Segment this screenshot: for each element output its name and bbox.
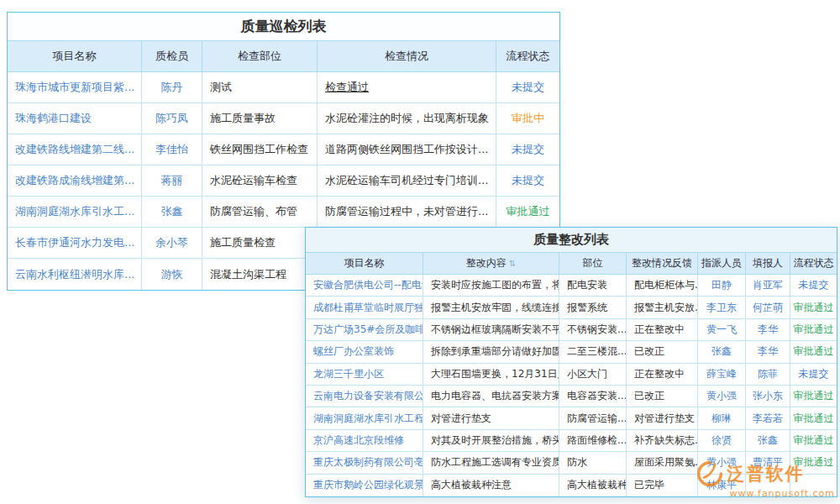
cell-part: 水泥砼运输车检查	[202, 165, 318, 197]
cell-part: 防腐管运输...	[559, 407, 627, 429]
cell-project[interactable]: 湖南洞庭湖水库引水工...	[8, 197, 142, 228]
cell-reporter: 张小东	[746, 386, 790, 407]
brand-watermark: 泛普软件 www.fanpusoft.com	[696, 460, 835, 499]
column-header-content[interactable]: 整改内容⇅	[423, 253, 559, 275]
cell-inspector: 游恢	[142, 259, 202, 290]
column-header-part: 部位	[559, 253, 627, 275]
cell-reporter: 肖亚军	[746, 275, 790, 297]
table-row[interactable]: 龙湖三千里小区大理石围墙更换，12月31日之...小区大门正在整改中薛宝峰陈菲未…	[306, 364, 837, 386]
cell-content: 对其及时开展整治措施，桥头...	[423, 430, 559, 452]
cell-reporter: 张鑫	[746, 430, 790, 452]
cell-assignee: 黄小强	[698, 386, 746, 407]
column-header-label: 整改内容	[466, 256, 507, 270]
cell-project[interactable]: 改建铁路成渝线增建第...	[8, 165, 142, 197]
column-header-label: 检查情况	[385, 49, 428, 64]
cell-part: 路面维修检...	[559, 430, 627, 452]
cell-situation: 水泥砼运输车司机经过专门培训...	[318, 165, 496, 197]
cell-project[interactable]: 云南水利枢纽潜明水库...	[8, 259, 142, 290]
cell-status: 未提交	[496, 165, 559, 197]
cell-project[interactable]: 重庆太极制药有限公司亳州中...	[306, 452, 423, 474]
fanpu-logo-icon	[696, 460, 723, 487]
cell-project[interactable]: 珠海市城市更新项目紫...	[8, 72, 142, 103]
table-row[interactable]: 珠海市城市更新项目紫...陈丹测试检查通过未提交	[8, 72, 559, 103]
cell-project[interactable]: 螺丝厂办公室装饰	[306, 341, 423, 363]
cell-project[interactable]: 云南电力设备安装有限公司20...	[306, 386, 423, 407]
cell-status: 审批通过	[790, 297, 837, 318]
cell-inspector: 蒋丽	[142, 165, 202, 197]
column-header-label: 填报人	[753, 256, 783, 270]
table-row[interactable]: 湖南洞庭湖水库引水工...张鑫防腐管运输、布管防腐管运输过程中，未对管进行...…	[8, 197, 559, 228]
cell-feedback: 已改正	[627, 341, 698, 363]
cell-part: 电容器安装...	[559, 386, 627, 407]
cell-part: 不锈钢安装...	[559, 319, 627, 341]
cell-reporter: 李若若	[746, 407, 790, 429]
table-row[interactable]: 京沪高速北京段维修对其及时开展整治措施，桥头...路面维修检...补齐缺失标志.…	[306, 430, 837, 452]
cell-situation: 水泥砼灌注的时候，出现离析现象	[318, 103, 496, 134]
brand-url: www.fanpusoft.com	[730, 488, 835, 499]
cell-part: 高大植被栽种	[559, 475, 627, 496]
cell-project[interactable]: 改建铁路线增建第二线...	[8, 134, 142, 165]
cell-feedback: 报警主机安放...	[627, 297, 698, 318]
column-header-label: 项目名称	[53, 49, 97, 64]
cell-status: 审批中	[496, 103, 559, 134]
column-header-reporter: 填报人	[746, 253, 790, 275]
cell-project[interactable]: 安徽合肥供电公司--配电设备...	[306, 275, 423, 297]
table-row[interactable]: 珠海鹤港口建设陈巧凤施工质量事故水泥砼灌注的时候，出现离析现象审批中	[8, 103, 559, 134]
column-header-project: 项目名称	[306, 253, 423, 275]
cell-part: 施工质量检查	[202, 228, 318, 259]
table-row[interactable]: 改建铁路线增建第二线...李佳怡铁丝网围挡工作检查道路两侧铁丝网围挡工作按设计.…	[8, 134, 559, 165]
cell-project[interactable]: 湖南洞庭湖水库引水工程施工标	[306, 407, 423, 429]
cell-content: 不锈钢边框玻璃隔断安装不平...	[423, 319, 559, 341]
table-row[interactable]: 万达广场35#会所及咖啡厅空...不锈钢边框玻璃隔断安装不平...不锈钢安装..…	[306, 319, 837, 341]
cell-feedback: 补齐缺失标志...	[627, 430, 698, 452]
cell-project[interactable]: 万达广场35#会所及咖啡厅空...	[306, 319, 423, 341]
column-header-label: 项目名称	[344, 256, 385, 270]
cell-feedback: 对管进行垫支	[627, 407, 698, 429]
cell-status: 未提交	[496, 134, 559, 165]
cell-assignee: 李卫东	[698, 297, 746, 318]
column-header-label: 流程状态	[507, 49, 550, 64]
column-header-label: 整改情况反馈	[632, 256, 692, 270]
column-header-part: 检查部位	[202, 41, 318, 72]
inspection-table-title: 质量巡检列表	[8, 13, 559, 41]
cell-project[interactable]: 长春市伊通河水力发电...	[8, 228, 142, 259]
cell-part: 配电安装	[559, 275, 627, 297]
cell-feedback: 屋面采用聚氨...	[627, 452, 698, 474]
cell-project[interactable]: 珠海鹤港口建设	[8, 103, 142, 134]
cell-inspector: 陈丹	[142, 72, 202, 103]
cell-assignee: 田静	[698, 275, 746, 297]
table-row[interactable]: 成都杜甫草堂临时展厅独立展...报警主机安放牢固，线缆连接...报警系统报警主机…	[306, 297, 837, 318]
column-header-status: 流程状态	[790, 253, 837, 275]
cell-project[interactable]: 重庆市鹅岭公园绿化观景提升...	[306, 475, 423, 496]
cell-reporter: 李华	[746, 319, 790, 341]
cell-project[interactable]: 龙湖三千里小区	[306, 364, 423, 386]
cell-status: 审批通过	[790, 430, 837, 452]
cell-feedback: 正在整改中	[627, 364, 698, 386]
column-header-label: 部位	[583, 256, 603, 270]
cell-assignee: 薛宝峰	[698, 364, 746, 386]
cell-feedback: 已改正	[627, 386, 698, 407]
column-header-feedback: 整改情况反馈	[627, 253, 698, 275]
cell-content: 报警主机安放牢固，线缆连接...	[423, 297, 559, 318]
cell-part: 二至三楼混...	[559, 341, 627, 363]
table-row[interactable]: 云南电力设备安装有限公司20...电力电容器、电抗器安装方案...电容器安装..…	[306, 386, 837, 407]
column-header-status: 流程状态	[496, 41, 559, 72]
sort-icon: ⇅	[509, 259, 516, 268]
quality-rectification-table: 质量整改列表 项目名称整改内容⇅部位整改情况反馈指派人员填报人流程状态 安徽合肥…	[305, 227, 837, 497]
table-row[interactable]: 安徽合肥供电公司--配电设备...安装时应按施工图的布置，将...配电安装配电柜…	[306, 275, 837, 297]
cell-project[interactable]: 成都杜甫草堂临时展厅独立展...	[306, 297, 423, 318]
cell-content: 安装时应按施工图的布置，将...	[423, 275, 559, 297]
cell-part: 测试	[202, 72, 318, 103]
table-row[interactable]: 螺丝厂办公室装饰拆除到承重墙部分请做好加固...二至三楼混...已改正张鑫李华审…	[306, 341, 837, 363]
cell-status: 未提交	[790, 364, 837, 386]
cell-situation: 检查通过	[318, 72, 496, 103]
cell-project[interactable]: 京沪高速北京段维修	[306, 430, 423, 452]
cell-part: 混凝土沟渠工程	[202, 259, 318, 290]
cell-feedback: 已完毕	[627, 475, 698, 496]
table-row[interactable]: 改建铁路成渝线增建第...蒋丽水泥砼运输车检查水泥砼运输车司机经过专门培训...…	[8, 165, 559, 197]
cell-part: 小区大门	[559, 364, 627, 386]
cell-assignee: 黄一飞	[698, 319, 746, 341]
table-row[interactable]: 湖南洞庭湖水库引水工程施工标对管进行垫支防腐管运输...对管进行垫支柳琳李若若审…	[306, 407, 837, 429]
cell-content: 大理石围墙更换，12月31日之...	[423, 364, 559, 386]
cell-part: 防水	[559, 452, 627, 474]
